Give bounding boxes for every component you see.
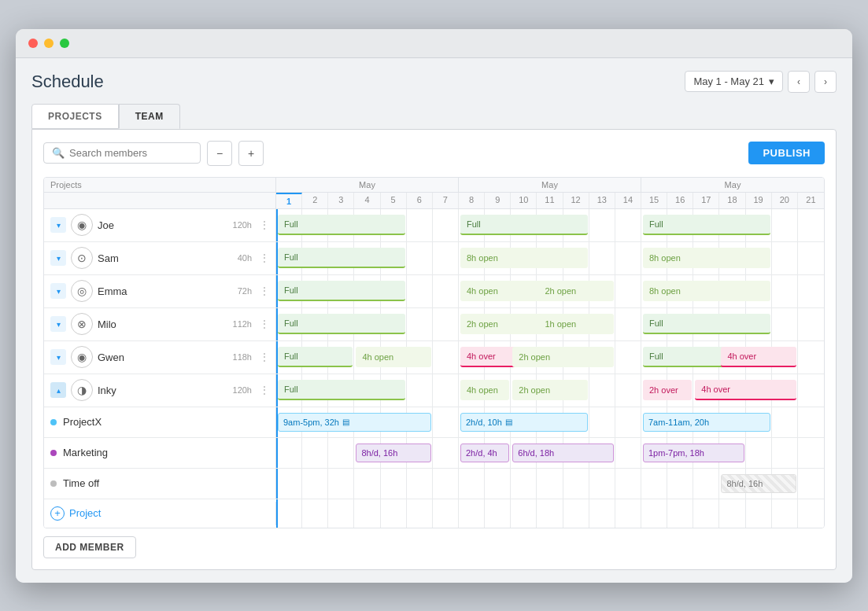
member-name-emma: Emma: [98, 285, 233, 297]
day-18: 18: [719, 193, 745, 208]
milo-bar-3: 1h open: [538, 314, 613, 334]
toggle-milo[interactable]: ▾: [50, 316, 66, 332]
projectx-bars: 9am-5pm, 32h ▤ 2h/d, 10h ▤ 7am-11am, 20h: [276, 407, 824, 437]
emma-bar-3: 2h open: [538, 281, 613, 301]
month-label-1: May: [276, 178, 459, 192]
add-project-cells: [276, 499, 824, 528]
marketing-bars: 8h/d, 16h 2h/d, 4h 6h/d, 18h 1pm-7pm, 18…: [276, 438, 824, 468]
marketing-bar-3: 6h/d, 18h: [512, 444, 614, 462]
toggle-inky[interactable]: ▴: [50, 382, 66, 398]
day-8: 8: [459, 193, 485, 208]
dot-projectx: [50, 419, 57, 425]
member-info-emma: ▾ ◎ Emma 72h ⋮: [44, 275, 276, 307]
dot-timeoff: [50, 480, 57, 487]
avatar-emma: ◎: [71, 280, 93, 302]
day-1: 1: [276, 193, 302, 208]
inky-bar-3: 2h open: [512, 380, 587, 400]
member-name-joe: Joe: [98, 219, 228, 231]
month-header-row: Projects May May May: [44, 178, 824, 193]
member-hours-sam: 40h: [238, 253, 252, 263]
month-label-3: May: [641, 178, 824, 192]
day-14: 14: [615, 193, 641, 208]
milo-bar-1: Full: [278, 314, 405, 334]
today-line-joe: [276, 209, 278, 241]
day-16: 16: [667, 193, 693, 208]
day-12: 12: [563, 193, 589, 208]
close-btn[interactable]: [28, 39, 38, 48]
gwen-bar-1: Full: [278, 347, 353, 367]
search-input[interactable]: [69, 147, 192, 159]
minimize-btn[interactable]: [44, 39, 54, 48]
day-7: 7: [433, 193, 459, 208]
member-row-joe: ▾ ◉ Joe 120h ⋮ Full Full Full: [44, 209, 824, 242]
member-info-sam: ▾ ⊙ Sam 40h ⋮: [44, 242, 276, 274]
projectx-bar-1: 9am-5pm, 32h ▤: [278, 413, 431, 432]
toggle-sam[interactable]: ▾: [50, 250, 66, 266]
project-info-projectx: ProjectX: [44, 407, 276, 437]
avatar-joe: ◉: [71, 214, 93, 236]
page-content: Schedule May 1 - May 21 ▾ ‹ › PROJECTS T…: [16, 58, 852, 583]
gwen-bars: Full 4h open 4h over 2h open Full 4h ove…: [276, 341, 824, 374]
zoom-in-button[interactable]: +: [238, 141, 264, 166]
more-sam[interactable]: ⋮: [260, 252, 269, 263]
more-inky[interactable]: ⋮: [260, 385, 269, 396]
emma-bar-1: Full: [278, 281, 405, 301]
marketing-bar-2: 2h/d, 4h: [460, 444, 509, 462]
toggle-emma[interactable]: ▾: [50, 283, 66, 299]
marketing-bar-4: 1pm-7pm, 18h: [643, 444, 744, 462]
main-area: 🔍 − + PUBLISH Projects May May May: [31, 129, 837, 570]
member-name-sam: Sam: [98, 252, 233, 264]
projects-col-label: Projects: [44, 178, 276, 192]
member-row-emma: ▾ ◎ Emma 72h ⋮ Full 4h open 2h open 8h o…: [44, 275, 824, 308]
member-row-inky: ▴ ◑ Inky 120h ⋮ Full 4h open 2h open 2h …: [44, 374, 824, 407]
publish-button[interactable]: PUBLISH: [748, 142, 825, 164]
add-project-button[interactable]: + Project: [44, 502, 276, 525]
title-bar: [16, 29, 852, 58]
member-name-gwen: Gwen: [98, 352, 228, 363]
project-name-projectx: ProjectX: [63, 416, 102, 428]
maximize-btn[interactable]: [60, 39, 69, 48]
page-header: Schedule May 1 - May 21 ▾ ‹ ›: [31, 71, 837, 93]
toggle-gwen[interactable]: ▾: [50, 349, 66, 365]
days-header-row: 1 2 3 4 5 6 7 8 9 10 11 12 13 14 15 16 1: [44, 193, 824, 209]
projectx-bar-3: 7am-11am, 20h: [643, 413, 770, 432]
project-row-timeoff: Time off 8h/d, 16h: [44, 469, 824, 499]
toolbar: 🔍 − + PUBLISH: [43, 141, 825, 166]
inky-bars: Full 4h open 2h open 2h over 4h over: [276, 374, 824, 407]
tab-team[interactable]: TEAM: [119, 104, 180, 129]
sam-bar-1: Full: [278, 248, 405, 268]
more-joe[interactable]: ⋮: [260, 219, 269, 230]
add-member-button[interactable]: ADD MEMBER: [43, 536, 136, 558]
sam-bar-3: 8h open: [643, 248, 770, 268]
milo-bars: Full 2h open 1h open Full: [276, 308, 824, 340]
gwen-bar-6: 4h over: [721, 347, 796, 367]
day-2: 2: [302, 193, 328, 208]
search-icon: 🔍: [52, 147, 65, 159]
zoom-out-button[interactable]: −: [207, 141, 232, 166]
add-project-row: + Project: [44, 499, 824, 528]
toggle-joe[interactable]: ▾: [50, 217, 66, 233]
timeoff-bars: 8h/d, 16h: [276, 469, 824, 499]
member-info-inky: ▴ ◑ Inky 120h ⋮: [44, 374, 276, 407]
day-6: 6: [407, 193, 433, 208]
member-name-milo: Milo: [98, 318, 228, 330]
member-hours-emma: 72h: [238, 286, 252, 296]
today-line-timeoff: [276, 469, 278, 499]
date-range-button[interactable]: May 1 - May 21 ▾: [685, 71, 783, 92]
next-date-button[interactable]: ›: [814, 71, 837, 93]
more-gwen[interactable]: ⋮: [260, 352, 269, 363]
day-15: 15: [641, 193, 667, 208]
search-box[interactable]: 🔍: [43, 142, 201, 164]
day-13: 13: [589, 193, 615, 208]
today-line-projectx: [276, 407, 278, 437]
avatar-sam: ⊙: [71, 247, 93, 269]
tab-projects[interactable]: PROJECTS: [31, 104, 119, 129]
prev-date-button[interactable]: ‹: [788, 71, 810, 93]
more-milo[interactable]: ⋮: [260, 318, 269, 329]
dot-marketing: [50, 450, 57, 456]
schedule-grid: Projects May May May 1 2 3 4 5 6 7 8 9: [43, 177, 825, 528]
more-emma[interactable]: ⋮: [260, 285, 269, 296]
day-9: 9: [485, 193, 511, 208]
project-name-marketing: Marketing: [63, 447, 108, 458]
avatar-inky: ◑: [71, 379, 93, 401]
